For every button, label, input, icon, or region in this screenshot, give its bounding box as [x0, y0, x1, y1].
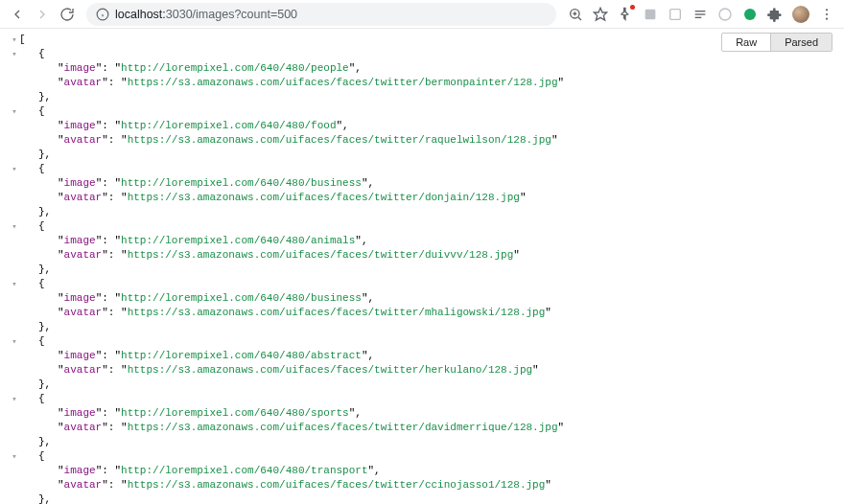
svg-point-14 — [744, 9, 756, 20]
json-property-image[interactable]: "image": "http://lorempixel.com/640/480/… — [10, 406, 844, 421]
json-viewer: [{"image": "http://lorempixel.com/640/48… — [0, 29, 844, 504]
object-open[interactable]: { — [10, 47, 844, 61]
extension-lines-icon[interactable] — [692, 7, 708, 22]
object-open[interactable]: { — [10, 277, 844, 291]
disclosure-triangle-icon[interactable] — [10, 48, 19, 62]
object-open[interactable]: { — [10, 219, 844, 234]
json-property-image[interactable]: "image": "http://lorempixel.com/640/480/… — [10, 291, 844, 306]
disclosure-triangle-icon[interactable] — [10, 335, 19, 350]
svg-marker-7 — [594, 8, 606, 20]
raw-tab[interactable]: Raw — [722, 34, 770, 51]
json-property-avatar[interactable]: "avatar": "https://s3.amazonaws.com/uifa… — [10, 248, 844, 263]
kebab-menu-icon[interactable] — [819, 7, 834, 22]
json-property-image[interactable]: "image": "http://lorempixel.com/640/480/… — [10, 464, 844, 478]
disclosure-triangle-icon[interactable] — [10, 278, 19, 292]
json-property-avatar[interactable]: "avatar": "https://s3.amazonaws.com/uifa… — [10, 478, 844, 493]
object-close: }, — [10, 435, 844, 449]
nav-group — [6, 7, 79, 22]
extension-circle-icon[interactable] — [717, 7, 733, 22]
toolbar-right — [564, 6, 838, 23]
json-property-avatar[interactable]: "avatar": "https://s3.amazonaws.com/uifa… — [10, 133, 844, 148]
svg-point-13 — [719, 9, 731, 20]
disclosure-triangle-icon[interactable] — [10, 163, 19, 177]
forward-icon[interactable] — [35, 7, 50, 22]
extension-gray-icon[interactable] — [643, 7, 658, 22]
json-property-image[interactable]: "image": "http://lorempixel.com/640/480/… — [10, 176, 844, 191]
json-property-image[interactable]: "image": "http://lorempixel.com/640/480/… — [10, 234, 844, 248]
object-open[interactable]: { — [10, 104, 844, 119]
object-close: }, — [10, 320, 844, 334]
disclosure-triangle-icon[interactable] — [10, 393, 19, 407]
json-property-image[interactable]: "image": "http://lorempixel.com/640/480/… — [10, 349, 844, 363]
info-icon[interactable] — [96, 8, 109, 21]
json-property-avatar[interactable]: "avatar": "https://s3.amazonaws.com/uifa… — [10, 363, 844, 378]
object-close: }, — [10, 205, 844, 219]
json-property-image[interactable]: "image": "http://lorempixel.com/640/480/… — [10, 119, 844, 133]
url-text: localhost:3030/images?count=500 — [115, 8, 297, 21]
array-open[interactable]: [ — [10, 33, 844, 47]
view-mode-toggle: Raw Parsed — [721, 33, 832, 52]
disclosure-triangle-icon[interactable] — [10, 220, 19, 235]
object-close: }, — [10, 90, 844, 104]
svg-point-16 — [826, 12, 828, 14]
json-property-image[interactable]: "image": "http://lorempixel.com/640/480/… — [10, 61, 844, 76]
reload-icon[interactable] — [59, 7, 75, 22]
svg-line-4 — [578, 17, 581, 20]
object-close: }, — [10, 148, 844, 162]
parsed-tab[interactable]: Parsed — [770, 34, 832, 51]
svg-point-17 — [826, 17, 828, 19]
back-icon[interactable] — [10, 7, 25, 22]
json-property-avatar[interactable]: "avatar": "https://s3.amazonaws.com/uifa… — [10, 306, 844, 320]
object-open[interactable]: { — [10, 162, 844, 176]
disclosure-triangle-icon[interactable] — [10, 34, 19, 48]
profile-avatar[interactable] — [792, 6, 809, 23]
json-property-avatar[interactable]: "avatar": "https://s3.amazonaws.com/uifa… — [10, 421, 844, 435]
object-close: }, — [10, 263, 844, 277]
extension-pin-icon[interactable] — [618, 7, 633, 22]
svg-rect-8 — [645, 9, 656, 19]
extension-square-icon[interactable] — [668, 7, 683, 22]
svg-rect-9 — [670, 9, 681, 19]
address-bar[interactable]: localhost:3030/images?count=500 — [86, 3, 556, 26]
disclosure-triangle-icon[interactable] — [10, 450, 19, 465]
json-property-avatar[interactable]: "avatar": "https://s3.amazonaws.com/uifa… — [10, 76, 844, 90]
object-close: }, — [10, 493, 844, 504]
zoom-icon[interactable] — [568, 7, 583, 22]
object-open[interactable]: { — [10, 449, 844, 464]
disclosure-triangle-icon[interactable] — [10, 105, 19, 120]
star-icon[interactable] — [593, 7, 608, 22]
json-property-avatar[interactable]: "avatar": "https://s3.amazonaws.com/uifa… — [10, 191, 844, 205]
object-open[interactable]: { — [10, 392, 844, 406]
object-open[interactable]: { — [10, 334, 844, 349]
extension-green-icon[interactable] — [742, 7, 758, 22]
browser-toolbar: localhost:3030/images?count=500 — [0, 0, 844, 29]
extensions-puzzle-icon[interactable] — [767, 7, 783, 22]
svg-point-15 — [826, 9, 828, 11]
object-close: }, — [10, 378, 844, 392]
